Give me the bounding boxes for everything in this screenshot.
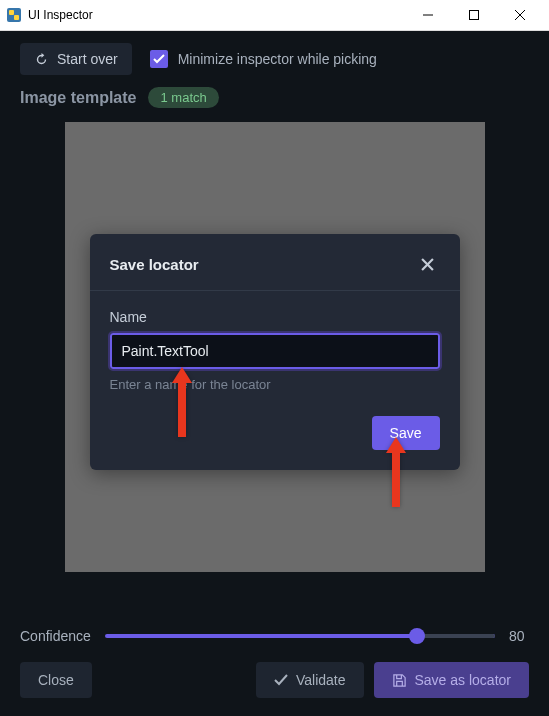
app-icon — [6, 7, 22, 23]
minimize-checkbox-label: Minimize inspector while picking — [178, 51, 377, 67]
save-locator-modal: Save locator Name Enter a name for the l… — [90, 234, 460, 470]
toolbar: Start over Minimize inspector while pick… — [0, 31, 549, 83]
svg-rect-1 — [9, 10, 14, 15]
check-icon — [153, 54, 165, 64]
modal-title: Save locator — [110, 256, 199, 273]
confidence-label: Confidence — [20, 628, 91, 644]
name-label: Name — [110, 309, 440, 325]
confidence-value: 80 — [509, 628, 529, 644]
titlebar: UI Inspector — [0, 0, 549, 31]
validate-button[interactable]: Validate — [256, 662, 364, 698]
window-title: UI Inspector — [28, 8, 405, 22]
refresh-icon — [34, 52, 49, 67]
close-icon — [421, 258, 434, 271]
minimize-checkbox[interactable] — [150, 50, 168, 68]
save-icon — [392, 673, 407, 688]
svg-rect-2 — [14, 15, 19, 20]
save-as-locator-button[interactable]: Save as locator — [374, 662, 530, 698]
start-over-label: Start over — [57, 51, 118, 67]
page-title: Image template — [20, 89, 136, 107]
modal-close-button[interactable] — [416, 252, 440, 276]
close-button[interactable]: Close — [20, 662, 92, 698]
slider-thumb[interactable] — [409, 628, 425, 644]
confidence-slider[interactable] — [105, 634, 495, 638]
name-hint: Enter a name for the locator — [110, 377, 440, 392]
check-icon — [274, 674, 288, 686]
minimize-button[interactable] — [405, 0, 451, 30]
start-over-button[interactable]: Start over — [20, 43, 132, 75]
header-row: Image template 1 match — [0, 83, 549, 122]
close-window-button[interactable] — [497, 0, 543, 30]
match-badge: 1 match — [148, 87, 218, 108]
name-input[interactable] — [110, 333, 440, 369]
arrow-annotation-input — [168, 367, 196, 441]
maximize-button[interactable] — [451, 0, 497, 30]
svg-rect-4 — [470, 11, 479, 20]
validate-label: Validate — [296, 672, 346, 688]
svg-rect-0 — [7, 8, 21, 22]
arrow-annotation-save — [382, 437, 410, 511]
save-as-locator-label: Save as locator — [415, 672, 512, 688]
